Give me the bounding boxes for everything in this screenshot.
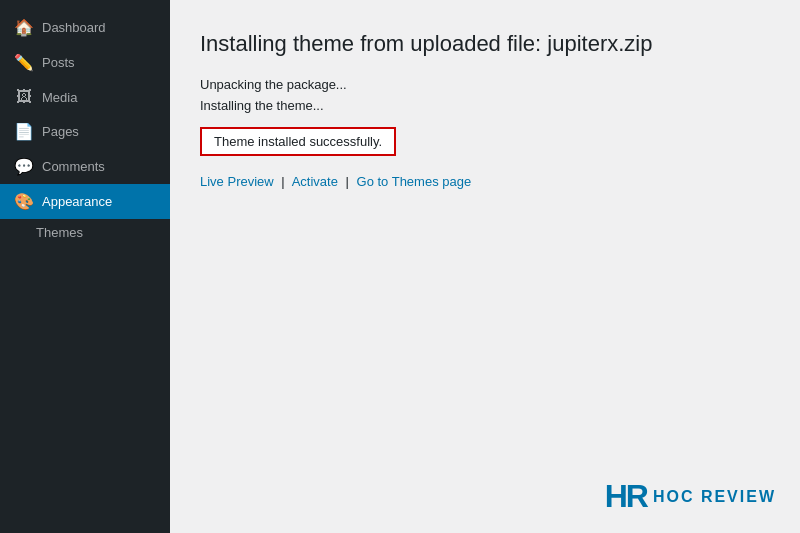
media-icon: 🖼 [14, 88, 34, 106]
posts-icon: ✏️ [14, 53, 34, 72]
sidebar-item-comments[interactable]: 💬 Comments [0, 149, 170, 184]
page-title: Installing theme from uploaded file: jup… [200, 30, 770, 59]
go-to-themes-link[interactable]: Go to Themes page [357, 174, 472, 189]
sidebar-submenu-label: Themes [36, 225, 83, 240]
watermark-logo-text: HR [605, 478, 647, 514]
sidebar: 🏠 Dashboard ✏️ Posts 🖼 Media 📄 Pages 💬 C… [0, 0, 170, 533]
appearance-icon: 🎨 [14, 192, 34, 211]
activate-link[interactable]: Activate [292, 174, 338, 189]
sidebar-item-label: Comments [42, 159, 105, 174]
sidebar-item-themes[interactable]: Themes [0, 219, 170, 246]
watermark-text-content: HOC REVIEW [653, 488, 776, 505]
success-text: Theme installed successfully. [214, 134, 382, 149]
sidebar-item-appearance[interactable]: 🎨 Appearance [0, 184, 170, 219]
watermark-brand-text: HOC REVIEW [653, 488, 776, 506]
separator-2: | [346, 174, 349, 189]
sidebar-item-pages[interactable]: 📄 Pages [0, 114, 170, 149]
sidebar-item-label: Posts [42, 55, 75, 70]
sidebar-item-label: Media [42, 90, 77, 105]
status-install: Installing the theme... [200, 98, 770, 113]
watermark-logo: HR [605, 478, 647, 515]
dashboard-icon: 🏠 [14, 18, 34, 37]
sidebar-item-posts[interactable]: ✏️ Posts [0, 45, 170, 80]
sidebar-item-dashboard[interactable]: 🏠 Dashboard [0, 10, 170, 45]
comments-icon: 💬 [14, 157, 34, 176]
watermark: HR HOC REVIEW [605, 478, 776, 515]
main-content: Installing theme from uploaded file: jup… [170, 0, 800, 533]
sidebar-item-label: Appearance [42, 194, 112, 209]
appearance-submenu: Themes [0, 219, 170, 246]
sidebar-item-label: Pages [42, 124, 79, 139]
success-box: Theme installed successfully. [200, 127, 396, 156]
separator-1: | [281, 174, 284, 189]
live-preview-link[interactable]: Live Preview [200, 174, 274, 189]
pages-icon: 📄 [14, 122, 34, 141]
status-unpack: Unpacking the package... [200, 77, 770, 92]
sidebar-item-media[interactable]: 🖼 Media [0, 80, 170, 114]
sidebar-item-label: Dashboard [42, 20, 106, 35]
action-links: Live Preview | Activate | Go to Themes p… [200, 174, 770, 189]
